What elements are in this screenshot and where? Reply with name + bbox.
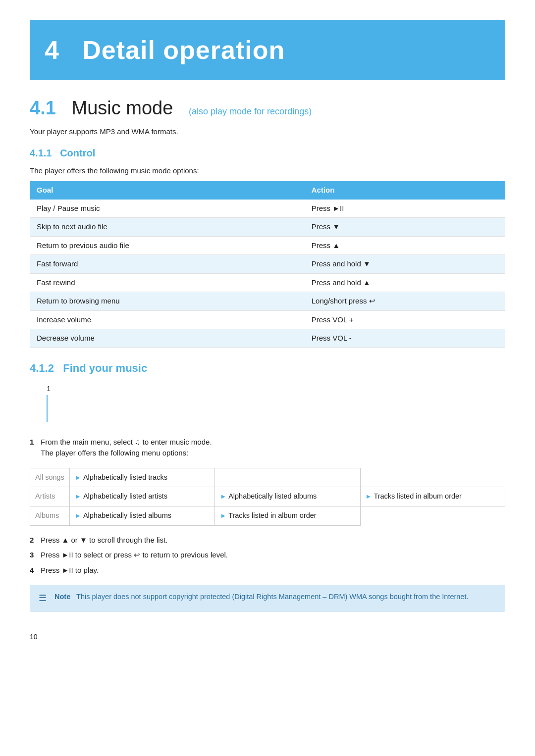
menu-tree-label: Artists <box>30 487 70 506</box>
step-4-text: Press ►II to play. <box>41 565 505 576</box>
table-row: Press VOL - <box>305 329 505 348</box>
section-4-1-1-number: 4.1.1 <box>30 148 52 158</box>
table-row: Play / Pause music <box>30 200 305 218</box>
step-2: 2 Press ▲ or ▼ to scroll through the lis… <box>30 535 505 546</box>
table-row: Press VOL + <box>305 310 505 329</box>
table-row: Fast forward <box>30 255 305 274</box>
menu-tree-level2: ►Tracks listed in album order <box>215 506 360 526</box>
table-row: Increase volume <box>30 310 305 329</box>
menu-tree-level1: ►Alphabetically listed albums <box>70 506 215 526</box>
step-1: 1 From the main menu, select ♫ to enter … <box>30 437 505 459</box>
table-row: Skip to next audio file <box>30 218 305 237</box>
note-label: Note <box>54 593 70 601</box>
section-4-1-1-intro: The player offers the following music mo… <box>30 165 505 177</box>
menu-tree-level3: ►Tracks listed in album order <box>360 487 505 506</box>
step-4: 4 Press ►II to play. <box>30 565 505 576</box>
table-row: Fast rewind <box>30 273 305 292</box>
step-3: 3 Press ►II to select or press ↩ to retu… <box>30 550 505 561</box>
step-3-text: Press ►II to select or press ↩ to return… <box>41 550 505 561</box>
section-4-1-name: Music mode <box>72 98 173 118</box>
section-4-1-title: 4.1 Music mode (also play mode for recor… <box>30 94 505 122</box>
table-row: Return to browsing menu <box>30 292 305 311</box>
arrow-icon: ► <box>220 493 226 500</box>
table-row: Press ▲ <box>305 236 505 255</box>
table-row: Return to previous audio file <box>30 236 305 255</box>
menu-tree-label: All songs <box>30 468 70 487</box>
section-4-1-1-title: 4.1.1 Control <box>30 146 505 160</box>
menu-tree-level1: ►Alphabetically listed tracks <box>70 468 215 487</box>
menu-tree-row: Artists►Alphabetically listed artists►Al… <box>30 487 505 506</box>
table-row: Press ►II <box>305 200 505 218</box>
chapter-number: 4 <box>45 36 59 64</box>
col-action: Action <box>305 181 505 200</box>
page-number: 10 <box>30 632 505 642</box>
section-4-1-2-name: Find your music <box>63 362 147 374</box>
menu-tree-row: Albums►Alphabetically listed albums►Trac… <box>30 506 505 526</box>
note-icon: ☰ <box>39 592 50 605</box>
step-1-intro: From the main menu, select ♫ to enter mu… <box>41 438 212 446</box>
note-content: Note This player does not support copyri… <box>54 592 469 603</box>
menu-tree-level1: ►Alphabetically listed artists <box>70 487 215 506</box>
section-4-1-2-number: 4.1.2 <box>30 362 54 374</box>
step-1-sub: The player offers the following menu opt… <box>41 449 188 457</box>
arrow-icon: ► <box>75 493 81 500</box>
section-4-1-1-name: Control <box>60 148 95 158</box>
col-goal: Goal <box>30 181 305 200</box>
menu-tree-table: All songs►Alphabetically listed tracksAr… <box>30 468 505 526</box>
menu-tree-row: All songs►Alphabetically listed tracks <box>30 468 505 487</box>
section-4-1-subtitle: (also play mode for recordings) <box>189 106 312 116</box>
table-row: Press and hold ▼ <box>305 255 505 274</box>
diagram-area: 1 <box>45 383 505 428</box>
table-row: Long/short press ↩ <box>305 292 505 311</box>
note-text: This player does not support copyright p… <box>76 593 468 601</box>
table-row: Press ▼ <box>305 218 505 237</box>
steps-list: 1 From the main menu, select ♫ to enter … <box>30 437 505 459</box>
menu-tree-label: Albums <box>30 506 70 526</box>
arrow-icon: ► <box>75 474 81 481</box>
step-2-text: Press ▲ or ▼ to scroll through the list. <box>41 535 505 546</box>
section-4-1-intro: Your player supports MP3 and WMA formats… <box>30 126 505 138</box>
section-4-1-2-title: 4.1.2 Find your music <box>30 360 505 376</box>
vert-line-container: 1 <box>45 383 505 423</box>
arrow-icon: ► <box>220 512 226 519</box>
section-4-1-number: 4.1 <box>30 98 56 118</box>
vert-line <box>47 395 48 422</box>
steps-2-4-list: 2 Press ▲ or ▼ to scroll through the lis… <box>30 535 505 576</box>
table-row: Decrease volume <box>30 329 305 348</box>
menu-tree-level2: ►Alphabetically listed albums <box>215 487 360 506</box>
arrow-icon: ► <box>366 493 372 500</box>
table-row: Press and hold ▲ <box>305 273 505 292</box>
chapter-title: 4 Detail operation <box>45 36 285 64</box>
arrow-icon: ► <box>75 512 81 519</box>
chapter-header: 4 Detail operation <box>30 20 505 80</box>
page: 4 Detail operation 4.1 Music mode (also … <box>0 0 535 672</box>
control-table: Goal Action Play / Pause musicPress ►IIS… <box>30 181 505 348</box>
note-box: ☰ Note This player does not support copy… <box>30 585 505 612</box>
menu-tree-empty <box>215 468 360 487</box>
chapter-title-text: Detail operation <box>82 36 285 64</box>
